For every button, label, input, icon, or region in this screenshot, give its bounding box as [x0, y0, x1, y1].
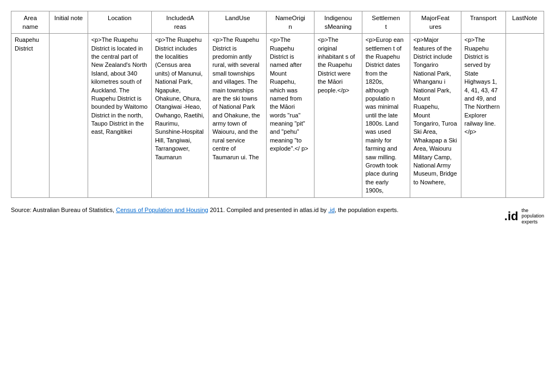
id-tagline-the: the: [521, 208, 544, 214]
id-tagline-experts: experts: [521, 219, 544, 225]
col-header-nameorigin: NameOrigin: [266, 11, 314, 34]
table-row: Ruapehu District <p>The Ruapehu District…: [11, 34, 544, 197]
cell-nameorigin: <p>The Ruapehu District is named after M…: [266, 34, 314, 197]
col-header-initial: Initial note: [50, 11, 88, 34]
cell-landuse: <p>The Ruapehu District is predomin antl…: [209, 34, 267, 197]
footer-suffix: , the population experts.: [335, 207, 398, 213]
col-header-area: Areaname: [11, 11, 50, 34]
col-header-landuse: LandUse: [209, 11, 267, 34]
col-header-included: IncludedAreas: [151, 11, 209, 34]
cell-settlement: <p>Europ ean settlemen t of the Ruapehu …: [362, 34, 410, 197]
cell-included: <p>The Ruapehu District includes the loc…: [151, 34, 209, 197]
cell-area: Ruapehu District: [11, 34, 50, 197]
footer-text: Source: Australian Bureau of Statistics,…: [11, 207, 494, 213]
cell-location: <p>The Ruapehu District is located in th…: [88, 34, 151, 197]
cell-lastnote: [505, 34, 544, 197]
id-dot-logo: .id: [504, 209, 519, 223]
id-tagline-population: population: [521, 213, 544, 219]
col-header-settlement: Settlement: [362, 11, 410, 34]
col-header-indigenous: IndigenousMeaning: [314, 11, 362, 34]
page-wrapper: Areaname Initial note Location IncludedA…: [11, 11, 544, 225]
col-header-transport: Transport: [461, 11, 505, 34]
cell-indigenous: <p>The original inhabitant s of the Ruap…: [314, 34, 362, 197]
cell-majorfeat: <p>Major features of the District includ…: [410, 34, 461, 197]
footer-year: 2011. Compiled and presented in atlas.id…: [208, 207, 329, 213]
footer: Source: Australian Bureau of Statistics,…: [11, 207, 544, 225]
footer-source-text: Source: Australian Bureau of Statistics,: [11, 207, 116, 213]
cell-initial: [50, 34, 88, 197]
col-header-lastnote: LastNote: [505, 11, 544, 34]
id-text-block: the population experts: [521, 208, 544, 225]
main-table: Areaname Initial note Location IncludedA…: [11, 11, 544, 198]
header-row: Areaname Initial note Location IncludedA…: [11, 11, 544, 34]
id-link[interactable]: .id: [328, 207, 335, 213]
col-header-majorfeat: MajorFeatures: [410, 11, 461, 34]
id-logo: .id the population experts: [504, 208, 544, 225]
cell-transport: <p>The Ruapehu District is served by Sta…: [461, 34, 505, 197]
census-link[interactable]: Census of Population and Housing: [116, 207, 208, 213]
col-header-location: Location: [88, 11, 151, 34]
